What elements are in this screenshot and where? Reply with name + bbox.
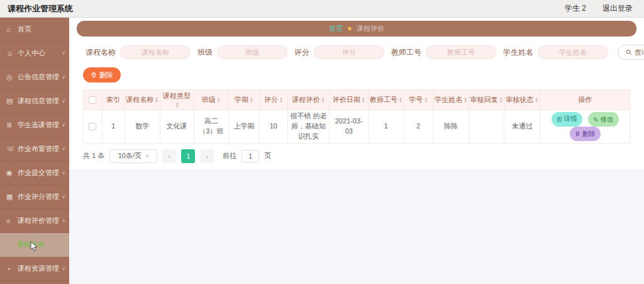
score-input[interactable] [314, 45, 384, 59]
sort-icon[interactable]: ▲▼ [279, 97, 283, 103]
filter-label-teacher-id: 教师工号 [391, 47, 421, 58]
edit-button[interactable]: ✎ 修改 [588, 112, 619, 127]
sort-icon[interactable]: ▲▼ [424, 97, 428, 103]
row-checkbox[interactable] [89, 123, 96, 130]
cell-course-type: 文化课 [160, 110, 194, 144]
sidebar-item-label: 作业提交管理 [18, 168, 60, 178]
sidebar-item-label: 学生选课管理 [18, 120, 60, 130]
col-semester: 学期▲▼ [229, 90, 260, 110]
sidebar-item-course-resources[interactable]: ◔ 课程资源管理 ∨ [0, 257, 69, 281]
column-label: 学生姓名 [435, 96, 462, 103]
cell-semester: 上学期 [229, 110, 260, 144]
cell-review-reply [469, 110, 504, 144]
student-name-input[interactable] [538, 45, 608, 59]
filter-label-course-name: 课程名称 [86, 47, 116, 58]
column-label: 班级 [202, 96, 216, 103]
filter-label-class: 班级 [197, 47, 213, 58]
sidebar-item-announcement-management[interactable]: ◎ 公告信息管理 ∨ [0, 65, 69, 89]
cell-score: 10 [259, 110, 287, 144]
sidebar-item-student-course-selection[interactable]: ≣ 学生选课管理 ∨ [0, 113, 69, 137]
detail-button-label: 详情 [564, 115, 577, 123]
sidebar-item-course-info-management[interactable]: ▤ 课程信息管理 ∨ [0, 89, 69, 113]
current-page-button[interactable]: 1 [181, 149, 195, 163]
table-row: 1 数学 文化课 高二（3）班 上学期 10 很不错 的老师，基础知识扎实 20… [84, 110, 630, 144]
app-title: 课程作业管理系统 [8, 3, 73, 14]
chevron-down-icon: ∨ [62, 122, 65, 128]
column-label: 评价日期 [333, 96, 360, 103]
trash-icon [575, 131, 580, 137]
teacher-id-input[interactable] [426, 45, 496, 59]
sort-icon[interactable]: ▲▼ [250, 97, 253, 103]
search-button[interactable]: 查询 [618, 45, 644, 60]
sidebar-item-homework-submission[interactable]: ◉ 作业提交管理 ∨ [0, 161, 69, 185]
page-size-value: 10条/页 [118, 151, 142, 161]
next-page-button[interactable]: › [200, 149, 214, 163]
clock-icon: ◔ [6, 265, 15, 273]
column-label: 操作 [578, 96, 592, 103]
document-icon: ≣ [6, 121, 15, 129]
col-evaluation: 课程评价▲▼ [287, 90, 329, 110]
column-label: 课程名称 [126, 96, 153, 103]
detail-button[interactable]: 详情 [552, 112, 582, 127]
header-select-all [84, 90, 103, 110]
breadcrumb: 首页 ★ 课程评价 [77, 21, 636, 37]
total-count-label: 共 1 条 [83, 151, 104, 161]
logout-button[interactable]: 退出登录 [602, 3, 633, 14]
search-button-label: 查询 [635, 48, 644, 57]
col-eval-date: 评价日期▲▼ [329, 90, 369, 110]
sidebar-item-personal-center[interactable]: ☺ 个人中心 ∨ [0, 42, 69, 65]
page-size-select[interactable]: 10条/页 ∨ [109, 149, 157, 163]
filter-bar: 课程名称 班级 评分 教师工号 学生姓名 查询 [83, 45, 630, 60]
search-icon [626, 49, 632, 55]
dot-icon: ◉ [6, 169, 15, 177]
sort-icon[interactable]: ▲▼ [535, 97, 538, 103]
sidebar-item-label: 个人中心 [18, 48, 60, 58]
sidebar: ⌂ 首页 ☺ 个人中心 ∨ ◎ 公告信息管理 ∨ ▤ 课程信息管理 ∨ ≣ 学生… [0, 18, 69, 284]
sort-icon[interactable]: ▲▼ [499, 97, 503, 103]
sort-icon[interactable]: ▲▼ [464, 97, 467, 103]
content-background [69, 169, 644, 284]
prev-page-button[interactable]: ‹ [162, 149, 176, 163]
course-name-input[interactable] [120, 45, 191, 59]
sort-icon[interactable]: ▲▼ [362, 97, 365, 103]
content-panel: 首页 ★ 课程评价 课程名称 班级 评分 教师工号 学生姓名 [69, 18, 644, 169]
page-suffix-label: 页 [264, 151, 271, 161]
cell-index: 1 [102, 110, 125, 144]
sidebar-item-homework-assignment[interactable]: ☏ 作业布置管理 ∨ [0, 137, 69, 161]
column-label: 学期 [235, 96, 248, 103]
chevron-up-icon: ∧ [62, 218, 65, 224]
data-table: 索引 课程名称▲▼ 课程类型▲▼ 班级▲▼ 学期▲▼ 评分▲▼ 课程评价▲▼ 评… [83, 89, 630, 144]
column-label: 教师工号 [370, 96, 397, 103]
sort-icon[interactable]: ▲▼ [399, 97, 402, 103]
select-all-checkbox[interactable] [89, 96, 96, 104]
column-label: 课程类型 [163, 92, 191, 99]
bulk-delete-button[interactable]: 删除 [83, 67, 121, 82]
chevron-down-icon: ∨ [62, 50, 65, 56]
breadcrumb-home-link[interactable]: 首页 [329, 24, 343, 33]
chevron-down-icon: ∨ [62, 194, 65, 200]
image-icon: ▦ [6, 193, 15, 201]
chevron-down-icon: ∨ [62, 170, 65, 176]
sidebar-item-course-evaluation-management[interactable]: ≡ 课程评价管理 ∧ [0, 209, 69, 233]
sort-icon[interactable]: ▲▼ [175, 102, 179, 108]
class-input[interactable] [217, 45, 287, 59]
sidebar-subitem-course-evaluation-active[interactable]: 课程评价 [0, 233, 69, 257]
briefcase-icon: ▤ [6, 97, 15, 105]
goto-page-input[interactable] [242, 150, 259, 162]
filter-label-score: 评分 [294, 47, 309, 58]
cell-evaluation: 很不错 的老师，基础知识扎实 [287, 110, 329, 144]
cell-student-id: 2 [404, 110, 433, 144]
cell-select [84, 110, 103, 144]
col-operations: 操作 [540, 90, 630, 110]
sidebar-item-label: 首页 [18, 25, 64, 34]
sort-icon[interactable]: ▲▼ [217, 97, 221, 103]
sort-icon[interactable]: ▲▼ [321, 97, 325, 103]
sidebar-item-home[interactable]: ⌂ 首页 [0, 18, 69, 42]
top-header: 课程作业管理系统 学生 2 退出登录 [0, 0, 644, 18]
sidebar-item-homework-scoring[interactable]: ▦ 作业评分管理 ∨ [0, 185, 69, 209]
sort-icon[interactable]: ▲▼ [155, 97, 158, 103]
sidebar-item-label: 课程资源管理 [18, 264, 60, 273]
chevron-down-icon: ∨ [62, 74, 65, 80]
row-delete-button[interactable]: 删除 [570, 127, 601, 141]
chevron-down-icon: ∨ [62, 266, 65, 271]
